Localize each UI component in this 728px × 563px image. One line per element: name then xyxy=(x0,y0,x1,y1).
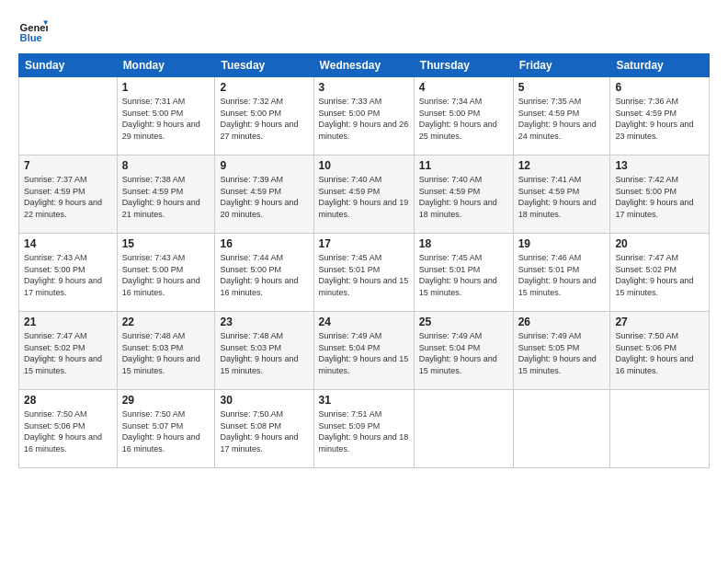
weekday-header: Sunday xyxy=(19,54,118,77)
day-info: Sunrise: 7:36 AMSunset: 4:59 PMDaylight:… xyxy=(615,96,704,142)
calendar-cell: 24Sunrise: 7:49 AMSunset: 5:04 PMDayligh… xyxy=(313,312,414,390)
calendar-cell: 12Sunrise: 7:41 AMSunset: 4:59 PMDayligh… xyxy=(513,155,610,234)
day-info: Sunrise: 7:50 AMSunset: 5:08 PMDaylight:… xyxy=(220,408,308,454)
weekday-header: Friday xyxy=(513,54,610,77)
calendar-cell: 26Sunrise: 7:49 AMSunset: 5:05 PMDayligh… xyxy=(513,312,610,390)
calendar-cell: 19Sunrise: 7:46 AMSunset: 5:01 PMDayligh… xyxy=(513,234,610,312)
calendar-cell: 29Sunrise: 7:50 AMSunset: 5:07 PMDayligh… xyxy=(117,390,215,468)
calendar-cell: 21Sunrise: 7:47 AMSunset: 5:02 PMDayligh… xyxy=(19,312,118,390)
calendar-cell: 7Sunrise: 7:37 AMSunset: 4:59 PMDaylight… xyxy=(19,155,118,234)
day-info: Sunrise: 7:40 AMSunset: 4:59 PMDaylight:… xyxy=(419,174,508,220)
calendar-week-row: 28Sunrise: 7:50 AMSunset: 5:06 PMDayligh… xyxy=(19,390,710,468)
day-info: Sunrise: 7:45 AMSunset: 5:01 PMDaylight:… xyxy=(419,252,508,298)
day-number: 9 xyxy=(220,159,308,172)
day-number: 16 xyxy=(220,237,308,250)
calendar-cell: 27Sunrise: 7:50 AMSunset: 5:06 PMDayligh… xyxy=(610,312,710,390)
day-number: 30 xyxy=(220,394,308,407)
calendar-cell: 8Sunrise: 7:38 AMSunset: 4:59 PMDaylight… xyxy=(117,155,215,234)
day-number: 11 xyxy=(419,159,508,172)
day-info: Sunrise: 7:43 AMSunset: 5:00 PMDaylight:… xyxy=(122,252,210,298)
day-info: Sunrise: 7:38 AMSunset: 4:59 PMDaylight:… xyxy=(122,174,210,220)
calendar-week-row: 14Sunrise: 7:43 AMSunset: 5:00 PMDayligh… xyxy=(19,234,710,312)
day-info: Sunrise: 7:33 AMSunset: 5:00 PMDaylight:… xyxy=(319,96,409,142)
day-number: 31 xyxy=(319,394,409,407)
day-number: 26 xyxy=(518,316,606,328)
svg-text:General: General xyxy=(20,22,48,33)
calendar-cell: 22Sunrise: 7:48 AMSunset: 5:03 PMDayligh… xyxy=(117,312,215,390)
day-info: Sunrise: 7:44 AMSunset: 5:00 PMDaylight:… xyxy=(220,252,308,298)
calendar-cell: 9Sunrise: 7:39 AMSunset: 4:59 PMDaylight… xyxy=(215,155,313,234)
day-info: Sunrise: 7:50 AMSunset: 5:06 PMDaylight:… xyxy=(615,330,704,376)
day-number: 24 xyxy=(319,316,409,328)
day-number: 20 xyxy=(615,237,704,250)
day-info: Sunrise: 7:34 AMSunset: 5:00 PMDaylight:… xyxy=(419,96,508,142)
calendar-cell: 10Sunrise: 7:40 AMSunset: 4:59 PMDayligh… xyxy=(313,155,414,234)
day-info: Sunrise: 7:40 AMSunset: 4:59 PMDaylight:… xyxy=(319,174,409,220)
day-number: 5 xyxy=(518,81,606,94)
calendar-cell: 2Sunrise: 7:32 AMSunset: 5:00 PMDaylight… xyxy=(215,77,313,155)
header-row: SundayMondayTuesdayWednesdayThursdayFrid… xyxy=(19,54,710,77)
calendar-cell: 11Sunrise: 7:40 AMSunset: 4:59 PMDayligh… xyxy=(414,155,513,234)
calendar-cell: 20Sunrise: 7:47 AMSunset: 5:02 PMDayligh… xyxy=(610,234,710,312)
day-number: 6 xyxy=(615,81,704,94)
day-number: 17 xyxy=(319,237,409,250)
calendar-cell: 28Sunrise: 7:50 AMSunset: 5:06 PMDayligh… xyxy=(19,390,118,468)
day-info: Sunrise: 7:48 AMSunset: 5:03 PMDaylight:… xyxy=(122,330,210,376)
day-number: 12 xyxy=(518,159,606,172)
day-info: Sunrise: 7:48 AMSunset: 5:03 PMDaylight:… xyxy=(220,330,308,376)
day-number: 23 xyxy=(220,316,308,328)
day-number: 4 xyxy=(419,81,508,94)
day-number: 18 xyxy=(419,237,508,250)
calendar-cell: 16Sunrise: 7:44 AMSunset: 5:00 PMDayligh… xyxy=(215,234,313,312)
weekday-header: Monday xyxy=(117,54,215,77)
svg-text:Blue: Blue xyxy=(20,32,42,43)
day-info: Sunrise: 7:47 AMSunset: 5:02 PMDaylight:… xyxy=(24,330,112,376)
day-number: 25 xyxy=(419,316,508,328)
day-info: Sunrise: 7:42 AMSunset: 5:00 PMDaylight:… xyxy=(615,174,704,220)
day-number: 2 xyxy=(220,81,308,94)
day-info: Sunrise: 7:41 AMSunset: 4:59 PMDaylight:… xyxy=(518,174,606,220)
weekday-header: Saturday xyxy=(610,54,710,77)
weekday-header: Wednesday xyxy=(313,54,414,77)
day-number: 13 xyxy=(615,159,704,172)
day-info: Sunrise: 7:47 AMSunset: 5:02 PMDaylight:… xyxy=(615,252,704,298)
day-number: 21 xyxy=(24,316,112,328)
calendar-cell: 6Sunrise: 7:36 AMSunset: 4:59 PMDaylight… xyxy=(610,77,710,155)
weekday-header: Tuesday xyxy=(215,54,313,77)
header: General Blue xyxy=(18,15,710,44)
day-number: 1 xyxy=(122,81,210,94)
calendar-cell xyxy=(414,390,513,468)
calendar-cell: 14Sunrise: 7:43 AMSunset: 5:00 PMDayligh… xyxy=(19,234,118,312)
calendar-cell: 1Sunrise: 7:31 AMSunset: 5:00 PMDaylight… xyxy=(117,77,215,155)
calendar-cell: 17Sunrise: 7:45 AMSunset: 5:01 PMDayligh… xyxy=(313,234,414,312)
calendar-table: SundayMondayTuesdayWednesdayThursdayFrid… xyxy=(18,53,710,468)
calendar-cell: 31Sunrise: 7:51 AMSunset: 5:09 PMDayligh… xyxy=(313,390,414,468)
day-info: Sunrise: 7:31 AMSunset: 5:00 PMDaylight:… xyxy=(122,96,210,142)
day-number: 7 xyxy=(24,159,112,172)
day-number: 19 xyxy=(518,237,606,250)
day-info: Sunrise: 7:43 AMSunset: 5:00 PMDaylight:… xyxy=(24,252,112,298)
day-info: Sunrise: 7:49 AMSunset: 5:04 PMDaylight:… xyxy=(419,330,508,376)
day-info: Sunrise: 7:50 AMSunset: 5:06 PMDaylight:… xyxy=(24,408,112,454)
calendar-week-row: 7Sunrise: 7:37 AMSunset: 4:59 PMDaylight… xyxy=(19,155,710,234)
day-number: 15 xyxy=(122,237,210,250)
day-number: 29 xyxy=(122,394,210,407)
day-info: Sunrise: 7:39 AMSunset: 4:59 PMDaylight:… xyxy=(220,174,308,220)
calendar-cell: 13Sunrise: 7:42 AMSunset: 5:00 PMDayligh… xyxy=(610,155,710,234)
day-number: 22 xyxy=(122,316,210,328)
day-info: Sunrise: 7:50 AMSunset: 5:07 PMDaylight:… xyxy=(122,408,210,454)
calendar-week-row: 21Sunrise: 7:47 AMSunset: 5:02 PMDayligh… xyxy=(19,312,710,390)
day-info: Sunrise: 7:51 AMSunset: 5:09 PMDaylight:… xyxy=(319,408,409,454)
day-number: 10 xyxy=(319,159,409,172)
day-number: 8 xyxy=(122,159,210,172)
calendar-cell: 5Sunrise: 7:35 AMSunset: 4:59 PMDaylight… xyxy=(513,77,610,155)
day-info: Sunrise: 7:32 AMSunset: 5:00 PMDaylight:… xyxy=(220,96,308,142)
day-number: 27 xyxy=(615,316,704,328)
calendar-cell: 30Sunrise: 7:50 AMSunset: 5:08 PMDayligh… xyxy=(215,390,313,468)
day-number: 28 xyxy=(24,394,112,407)
calendar-cell xyxy=(19,77,118,155)
calendar-cell: 23Sunrise: 7:48 AMSunset: 5:03 PMDayligh… xyxy=(215,312,313,390)
day-info: Sunrise: 7:46 AMSunset: 5:01 PMDaylight:… xyxy=(518,252,606,298)
calendar-cell: 18Sunrise: 7:45 AMSunset: 5:01 PMDayligh… xyxy=(414,234,513,312)
calendar-cell xyxy=(513,390,610,468)
